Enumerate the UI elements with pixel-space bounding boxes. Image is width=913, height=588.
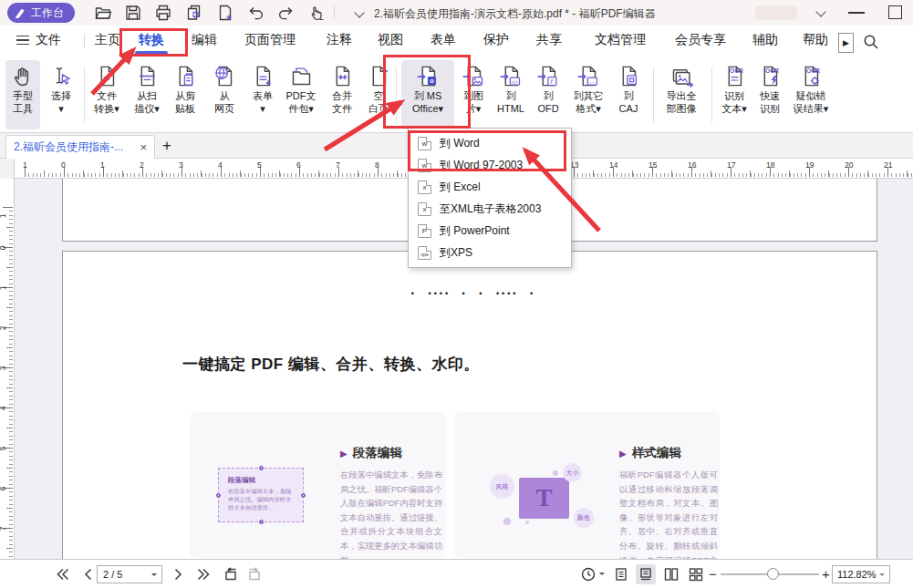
next-view-icon[interactable] bbox=[246, 566, 263, 583]
ribbon-button-ocr-suspect[interactable]: OCR 疑似错 误结果▾ bbox=[786, 60, 835, 129]
ribbon-button-file-convert[interactable]: ⇄ 文件 转换▾ bbox=[88, 60, 126, 129]
last-page-icon[interactable] bbox=[195, 566, 212, 583]
page-number-box[interactable]: 2 / 5 bbox=[97, 565, 162, 583]
undo-icon[interactable] bbox=[247, 4, 265, 22]
previous-view-icon[interactable] bbox=[223, 566, 239, 583]
ribbon-button-select[interactable]: 选择 ▾ bbox=[44, 60, 78, 129]
到 Word 97-2003[interactable]: w 到 Word 97-2003 bbox=[409, 154, 571, 176]
帮助[interactable]: 帮助 bbox=[803, 32, 828, 48]
ribbon-button-form[interactable]: 表单 ▾ bbox=[245, 60, 280, 129]
first-page-icon[interactable] bbox=[55, 566, 71, 583]
ruler-number: 6 bbox=[296, 160, 301, 170]
letter-T-graphic: T bbox=[519, 478, 569, 519]
layout-continuous-icon[interactable] bbox=[636, 564, 656, 584]
layout-single-icon[interactable] bbox=[611, 564, 631, 584]
maximize-button[interactable] bbox=[888, 5, 902, 19]
到XPS[interactable]: xps 到XPS bbox=[409, 242, 571, 263]
menu-divider bbox=[84, 35, 85, 48]
print-icon[interactable] bbox=[154, 4, 172, 22]
form-icon bbox=[251, 64, 275, 88]
ribbon-button-ocr-quick[interactable]: OCR 快速 识别 bbox=[752, 60, 787, 129]
ribbon-button-to-ofd[interactable]: f 到 OFD bbox=[532, 60, 565, 129]
会员专享[interactable]: 会员专享 bbox=[675, 32, 726, 48]
辅助[interactable]: 辅助 bbox=[752, 32, 778, 48]
layout-facing-continuous-icon[interactable] bbox=[686, 564, 706, 584]
ribbon-button-export-images[interactable]: 导出全 部图像 bbox=[659, 60, 704, 129]
保护[interactable]: 保护 bbox=[483, 32, 509, 48]
ribbon-button-merge-files[interactable]: 合并 文件 bbox=[325, 60, 359, 129]
next-page-icon[interactable] bbox=[170, 566, 186, 583]
minimize-button[interactable] bbox=[848, 12, 865, 14]
ribbon-button-from-clipboard[interactable]: 从剪 贴板 bbox=[168, 60, 202, 129]
hand-pointer-icon[interactable] bbox=[307, 4, 326, 22]
ofd-icon: f bbox=[536, 64, 561, 88]
编辑[interactable]: 编辑 bbox=[192, 32, 217, 48]
document-tab[interactable]: 2.福昕会员使用指南-... × bbox=[5, 135, 155, 159]
ruler-number: 18 bbox=[766, 160, 774, 170]
zoom-in-button[interactable]: + bbox=[822, 568, 830, 581]
view-mode-caret-icon[interactable] bbox=[599, 573, 605, 578]
到 Excel[interactable]: x 到 Excel bbox=[409, 176, 571, 198]
ruler-corner bbox=[0, 159, 15, 179]
zoom-out-button[interactable]: − bbox=[709, 568, 717, 581]
ribbon-button-hand-tool[interactable]: 手型 工具 bbox=[5, 60, 40, 129]
ribbon-button-to-other[interactable]: … 到其它 格式▾ bbox=[566, 60, 610, 129]
到 PowerPoint[interactable]: P 到 PowerPoint bbox=[409, 220, 571, 242]
page-copy-icon[interactable] bbox=[185, 4, 203, 22]
more-tools-button[interactable]: ▶ bbox=[838, 33, 854, 53]
chevron-down-icon bbox=[879, 573, 885, 579]
ribbon-button-to-html[interactable]: </> 到 HTML bbox=[492, 60, 530, 129]
主页[interactable]: 主页 bbox=[95, 32, 120, 48]
svg-text:OCR: OCR bbox=[729, 67, 742, 74]
ribbon-button-ocr-text[interactable]: OCR 识别 文本▾ bbox=[716, 60, 752, 129]
表单[interactable]: 表单 bbox=[431, 32, 456, 48]
ms-office-icon: o bbox=[416, 64, 441, 88]
到 Word[interactable]: w 到 Word bbox=[409, 132, 571, 154]
feature-card-style-edit: T 风格 大小 颜色 ▶样式编辑 福昕PDF编辑器个人版可以通过移动和缩放段落调… bbox=[454, 412, 720, 558]
resize-handle bbox=[258, 465, 265, 471]
zoom-slider-thumb[interactable] bbox=[767, 568, 779, 580]
redo-icon[interactable] bbox=[276, 4, 295, 22]
文档管理[interactable]: 文档管理 bbox=[595, 32, 646, 48]
ribbon-button-to-ms-office[interactable]: o 到 MS Office▾ bbox=[401, 60, 454, 129]
ribbon-divider bbox=[84, 67, 85, 122]
注释[interactable]: 注释 bbox=[327, 32, 352, 48]
prev-page-icon[interactable] bbox=[80, 566, 97, 583]
page-add-icon[interactable] bbox=[216, 4, 234, 22]
转换[interactable]: 转换 bbox=[139, 32, 164, 48]
workspace-button[interactable]: 工作台 bbox=[7, 3, 75, 23]
titlebar: 工作台 2.福昕会员使用指南-演示文档-原始.pdf * - 福昕PDF编辑器 bbox=[0, 0, 913, 26]
document-title: 2.福昕会员使用指南-演示文档-原始.pdf * - 福昕PDF编辑器 bbox=[374, 6, 656, 22]
ribbon-button-from-web[interactable]: 从 网页 bbox=[207, 60, 242, 129]
共享[interactable]: 共享 bbox=[536, 32, 562, 48]
layout-facing-icon[interactable] bbox=[661, 564, 681, 584]
open-folder-icon[interactable] bbox=[94, 4, 112, 22]
ruler-number: 0 bbox=[0, 246, 7, 251]
webpage-icon bbox=[213, 64, 237, 88]
ribbon-button-to-image[interactable]: 到图 片▾ bbox=[457, 60, 490, 129]
titlebar-divider bbox=[334, 6, 335, 19]
pen-icon bbox=[15, 7, 26, 19]
tab-close-icon[interactable]: × bbox=[140, 141, 147, 153]
视图[interactable]: 视图 bbox=[378, 32, 403, 48]
save-icon[interactable] bbox=[124, 4, 142, 22]
view-mode-icon[interactable] bbox=[580, 566, 597, 583]
ribbon-button-to-caj[interactable]: 到 CAJ bbox=[612, 60, 645, 129]
file-menu[interactable]: 文件 bbox=[16, 32, 61, 48]
至XML电子表格2003[interactable]: x 至XML电子表格2003 bbox=[409, 198, 571, 220]
page-heading: 一键搞定 PDF 编辑、合并、转换、水印。 bbox=[182, 354, 480, 375]
workspace-label: 工作台 bbox=[31, 5, 64, 21]
new-tab-button[interactable]: + bbox=[162, 137, 171, 155]
window-chevron-icon[interactable] bbox=[815, 8, 826, 15]
ruler-number: 15 bbox=[648, 160, 657, 170]
页面管理[interactable]: 页面管理 bbox=[244, 32, 296, 48]
ruler-number: 2 bbox=[0, 326, 7, 331]
ribbon-button-pdf-package[interactable]: PDF文 件包▾ bbox=[281, 60, 321, 129]
ribbon-button-from-scanner[interactable]: 从扫 描仪▾ bbox=[128, 60, 166, 129]
ribbon-button-blank-page[interactable]: 空 白页 bbox=[362, 60, 395, 129]
ribbon-collapse-chevron-icon[interactable] bbox=[354, 9, 365, 16]
search-icon[interactable] bbox=[863, 34, 879, 50]
ribbon-divider bbox=[711, 67, 712, 122]
ruler-number: 3 bbox=[179, 160, 183, 170]
zoom-percentage-box[interactable]: 112.82% bbox=[832, 565, 890, 583]
